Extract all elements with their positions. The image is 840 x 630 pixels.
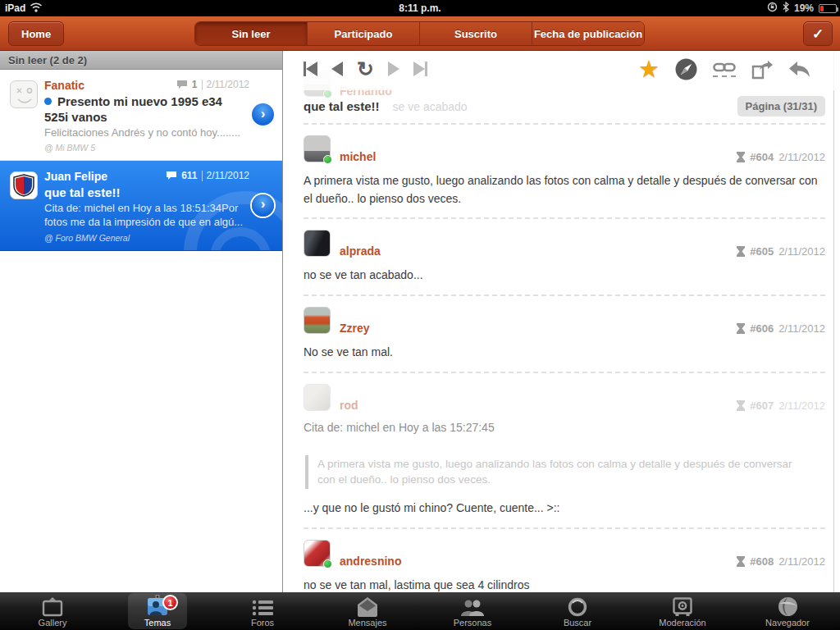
thread-forum: @ Mi BMW 5 <box>44 143 249 153</box>
tab-foros[interactable]: Foros <box>210 592 315 630</box>
favorite-star-button[interactable]: ★ <box>638 57 660 81</box>
thread-date: 2/11/2012 <box>207 170 250 181</box>
previous-page-button[interactable] <box>331 62 343 76</box>
post-number: #605 <box>750 245 774 258</box>
post-alprada: alprada #605 2/11/2012 no se ve tan acab… <box>304 219 825 294</box>
thread-meta: 611 2/11/2012 <box>166 170 249 181</box>
post-rod: rod #607 2/11/2012 Cita de: michel en Ho… <box>304 373 825 527</box>
post-author[interactable]: andresnino <box>340 555 401 568</box>
unread-badge: 1 <box>162 595 178 610</box>
thread-author: Juan Felipe <box>44 170 166 183</box>
hourglass-icon <box>737 246 745 257</box>
posts-list: michel #604 2/11/2012 A primera vista me… <box>304 123 825 592</box>
reply-button[interactable] <box>788 61 810 79</box>
avatar-alpina <box>10 171 38 199</box>
next-page-button[interactable] <box>388 62 399 76</box>
post-body: A primera vista me gusto, luego analizan… <box>304 172 825 208</box>
avatar[interactable] <box>304 135 331 162</box>
mark-read-button[interactable]: ✓ <box>803 21 833 46</box>
post-meta: #605 2/11/2012 <box>737 245 825 258</box>
hourglass-icon <box>737 400 745 411</box>
first-page-button[interactable] <box>304 62 317 76</box>
tab-participado[interactable]: Participado <box>308 22 420 45</box>
battery-icon <box>819 4 837 13</box>
post-meta: #606 2/11/2012 <box>737 322 825 335</box>
tab-gallery[interactable]: Gallery <box>0 592 105 630</box>
replies-icon <box>166 171 177 180</box>
avatar[interactable] <box>304 540 331 567</box>
last-page-button[interactable] <box>413 62 427 76</box>
home-button[interactable]: Home <box>8 21 64 46</box>
reply-count: 611 <box>181 170 197 181</box>
thread-title: Presento mi nuevo 1995 e34 525i vanos <box>44 94 249 126</box>
replies-icon <box>176 80 188 89</box>
tab-mensajes[interactable]: Mensajes <box>315 592 420 630</box>
sidebar-header: Sin leer (2 de 2) <box>0 51 282 70</box>
post-body: ...y que no le gustó mi chino? Cuente, c… <box>304 500 825 518</box>
post-michel: michel #604 2/11/2012 A primera vista me… <box>304 125 825 217</box>
status-bar: iPad 8:11 p.m. 19% <box>0 0 840 16</box>
thread-list-sidebar: Sin leer (2 de 2) Fanatic 1 2/11/2012 Pr… <box>0 51 283 592</box>
refresh-button[interactable]: ↻ <box>357 60 374 78</box>
post-date: 2/11/2012 <box>778 555 825 568</box>
post-author[interactable]: rod <box>340 399 358 412</box>
tab-buscar[interactable]: Buscar <box>525 592 630 630</box>
hourglass-icon <box>737 323 745 334</box>
avatar[interactable] <box>304 230 331 257</box>
tab-suscrito[interactable]: Suscrito <box>420 22 532 45</box>
buscar-icon <box>568 596 587 617</box>
thread-meta: 1 2/11/2012 <box>176 79 249 90</box>
post-author[interactable]: michel <box>340 150 376 163</box>
current-post-title-row: que tal este!! se ve acabado Página (31/… <box>304 96 825 116</box>
post-author[interactable]: alprada <box>340 244 381 258</box>
copy-link-button[interactable] <box>713 62 736 77</box>
page-indicator-badge[interactable]: Página (31/31) <box>737 96 825 116</box>
mensajes-icon <box>357 596 378 617</box>
post-body: no se ve tan acabado... <box>304 267 825 285</box>
share-button[interactable] <box>751 60 773 80</box>
battery-percent: 19% <box>794 2 814 14</box>
foros-icon <box>252 596 273 617</box>
post-number: #604 <box>750 151 774 163</box>
personas-icon <box>460 596 485 617</box>
post-number: #608 <box>750 555 774 568</box>
navegador-icon <box>778 596 798 617</box>
post-author[interactable]: Zzrey <box>340 322 370 335</box>
tab-fecha-publicacion[interactable]: Fecha de publicación <box>532 22 644 45</box>
post-date: 2/11/2012 <box>778 151 825 163</box>
avatar[interactable] <box>304 307 331 334</box>
thread-item-fanatic[interactable]: Fanatic 1 2/11/2012 Presento mi nuevo 19… <box>0 70 282 161</box>
open-thread-button[interactable]: › <box>252 194 274 217</box>
filter-segmented-control: Sin leer Participado Suscrito Fecha de p… <box>194 21 645 46</box>
check-icon: ✓ <box>812 25 824 43</box>
tab-personas[interactable]: Buscar Personas <box>420 592 525 630</box>
post-date: 2/11/2012 <box>778 399 825 412</box>
bottom-tab-bar: Gallery 1 Temas Foros Mensajes <box>0 592 840 630</box>
app-window: iPad 8:11 p.m. 19% Home Sin leer Partici… <box>0 0 840 630</box>
open-thread-button[interactable]: › <box>252 103 274 126</box>
unread-dot <box>44 98 52 105</box>
scrollbar-track[interactable] <box>833 51 834 592</box>
compass-button[interactable] <box>675 58 697 80</box>
post-andresnino: andresnino #608 2/11/2012 no se ve tan m… <box>304 529 825 592</box>
rotation-lock-icon <box>767 2 778 15</box>
avatar-placeholder <box>10 80 38 108</box>
post-number: #606 <box>750 322 774 335</box>
gallery-icon <box>42 596 63 617</box>
post-body: no se ve tan mal, lastima que sea 4 cili… <box>304 577 825 592</box>
temas-icon: 1 <box>145 596 170 617</box>
bluetooth-icon <box>783 2 789 15</box>
tab-navegador[interactable]: Navegador <box>735 592 840 630</box>
tab-sin-leer[interactable]: Sin leer <box>195 22 308 45</box>
thread-item-juan-felipe[interactable]: Juan Felipe 611 2/11/2012 que tal este!!… <box>0 161 282 251</box>
navigation-bar: Home Sin leer Participado Suscrito Fecha… <box>0 16 840 51</box>
post-date: 2/11/2012 <box>778 322 825 335</box>
post-title: que tal este!! <box>304 99 380 113</box>
post-body: No se ve tan mal. <box>304 344 825 362</box>
avatar[interactable] <box>304 384 331 411</box>
post-meta: #607 2/11/2012 <box>737 399 825 412</box>
tab-moderacion[interactable]: Moderación <box>630 592 735 630</box>
reply-count: 1 <box>192 79 198 90</box>
quote-attribution: Cita de: michel en Hoy a las 15:27:45 <box>304 421 825 434</box>
tab-temas[interactable]: 1 Temas <box>105 592 210 630</box>
